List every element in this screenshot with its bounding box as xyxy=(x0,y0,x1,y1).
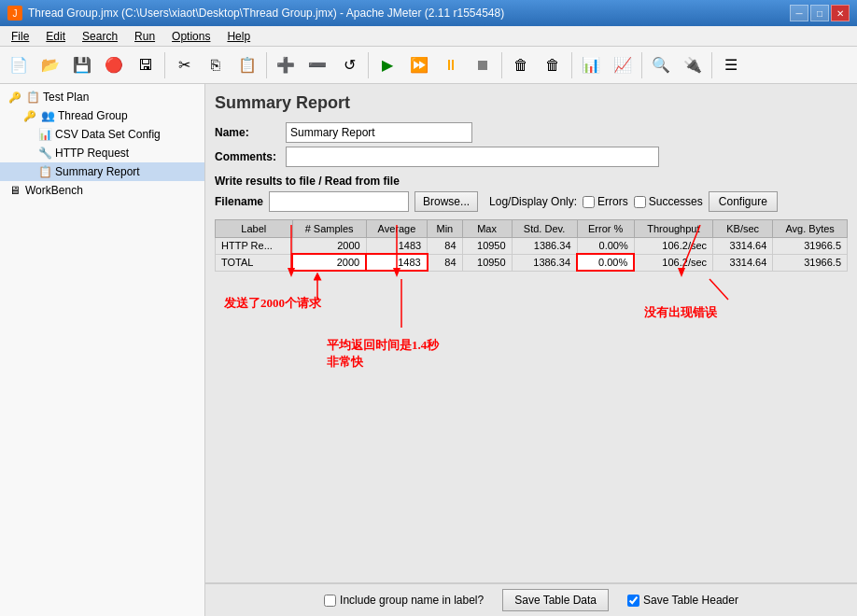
run-all-button[interactable]: ⏩ xyxy=(404,50,434,80)
plugin-button[interactable]: 🔌 xyxy=(678,50,708,80)
menu-edit[interactable]: Edit xyxy=(38,28,73,45)
open-button[interactable]: 📂 xyxy=(35,50,65,80)
configure-button[interactable]: Configure xyxy=(709,191,778,212)
menu-search[interactable]: Search xyxy=(75,28,125,45)
include-group-label[interactable]: Include group name in label? xyxy=(324,594,484,607)
report-button[interactable]: 📊 xyxy=(576,50,606,80)
cut-button[interactable]: ✂ xyxy=(169,50,199,80)
successes-checkbox[interactable] xyxy=(634,196,646,208)
stop-all-button[interactable]: ⏹ xyxy=(468,50,498,80)
new-button[interactable]: 📄 xyxy=(4,50,34,80)
toolbar-sep-2 xyxy=(266,52,267,78)
errors-label: Errors xyxy=(597,195,628,208)
comments-input[interactable] xyxy=(286,147,659,167)
test-plan-icon: 📋 xyxy=(25,90,40,105)
table-row: HTTP Re... 2000 1483 84 10950 1386.34 0.… xyxy=(216,238,848,255)
name-input[interactable] xyxy=(286,122,472,143)
browse-button[interactable]: Browse... xyxy=(414,191,478,212)
list-button[interactable]: ☰ xyxy=(716,50,746,80)
annotation-avg-time: 平均返回时间是1.4秒非常快 xyxy=(327,337,439,371)
toolbar-sep-4 xyxy=(501,52,502,78)
filename-label: Filename xyxy=(215,195,263,208)
csv-label: CSV Data Set Config xyxy=(55,128,161,141)
row2-kb-sec: 3314.64 xyxy=(713,254,773,271)
minimize-button[interactable]: ─ xyxy=(790,5,808,21)
clear-all-button[interactable]: 🗑 xyxy=(538,50,568,80)
report-title: Summary Report xyxy=(215,93,848,113)
save-header-label[interactable]: Save Table Header xyxy=(627,594,738,607)
table-row: TOTAL 2000 1483 84 10950 1386.34 0.00% 1… xyxy=(216,254,848,271)
row2-max: 10950 xyxy=(462,254,512,271)
content-area: Summary Report Name: Comments: Write res… xyxy=(205,84,857,616)
http-label: HTTP Request xyxy=(55,147,129,160)
sidebar-item-test-plan[interactable]: 🔑 📋 Test Plan xyxy=(0,88,204,106)
window-title: Thread Group.jmx (C:\Users\xiaot\Desktop… xyxy=(28,7,504,20)
close-button[interactable]: ✕ xyxy=(831,5,850,21)
save-button[interactable]: 💾 xyxy=(67,50,97,80)
filename-input[interactable] xyxy=(269,191,409,212)
row1-kb-sec: 3314.64 xyxy=(713,238,773,255)
successes-checkbox-label[interactable]: Successes xyxy=(634,195,703,208)
menu-options[interactable]: Options xyxy=(164,28,218,45)
successes-label: Successes xyxy=(649,195,703,208)
save-table-data-button[interactable]: Save Table Data xyxy=(502,589,609,611)
run-button[interactable]: ▶ xyxy=(372,50,402,80)
app-icon: J xyxy=(7,6,22,21)
annotation-sent-requests: 发送了2000个请求 xyxy=(224,295,321,312)
sidebar-item-summary-report[interactable]: 📋 Summary Report xyxy=(0,162,204,181)
col-samples: # Samples xyxy=(292,220,366,238)
col-avg-bytes: Avg. Bytes xyxy=(773,220,848,238)
sidebar-item-csv[interactable]: 📊 CSV Data Set Config xyxy=(0,125,204,144)
workbench-label: WorkBench xyxy=(25,184,83,197)
save-as-button[interactable]: 🖫 xyxy=(131,50,161,80)
collapse-button[interactable]: ➖ xyxy=(302,50,332,80)
stop-button[interactable]: 🔴 xyxy=(99,50,129,80)
copy-button[interactable]: ⎘ xyxy=(201,50,231,80)
svg-line-3 xyxy=(709,279,728,300)
errors-checkbox[interactable] xyxy=(583,196,595,208)
row2-samples: 2000 xyxy=(292,254,366,271)
toolbar-sep-5 xyxy=(571,52,572,78)
monitor-button[interactable]: 📈 xyxy=(608,50,638,80)
row2-throughput: 106.2/sec xyxy=(634,254,712,271)
paste-button[interactable]: 📋 xyxy=(232,50,262,80)
reset-button[interactable]: ↺ xyxy=(334,50,364,80)
menu-file[interactable]: File xyxy=(4,28,36,45)
include-group-checkbox[interactable] xyxy=(324,595,336,607)
menu-help[interactable]: Help xyxy=(219,28,258,45)
file-section: Write results to file / Read from file F… xyxy=(215,175,848,212)
row1-samples: 2000 xyxy=(292,238,366,255)
sidebar-item-workbench[interactable]: 🖥 WorkBench xyxy=(0,181,204,200)
name-row: Name: xyxy=(215,122,848,143)
key-icon: 🔑 xyxy=(7,90,22,105)
annotation-area: 发送了2000个请求 平均返回时间是1.4秒非常快 没有出现错误 xyxy=(215,272,848,477)
log-display-label: Log/Display Only: xyxy=(489,195,577,208)
sidebar: 🔑 📋 Test Plan 🔑 👥 Thread Group 📊 CSV Dat… xyxy=(0,84,205,616)
http-icon: 🔧 xyxy=(37,146,52,161)
row1-error-pct: 0.00% xyxy=(577,238,634,255)
clear-button[interactable]: 🗑 xyxy=(506,50,536,80)
table-header-row: Label # Samples Average Min Max Std. Dev… xyxy=(216,220,848,238)
key-icon-2: 🔑 xyxy=(22,108,37,123)
expand-button[interactable]: ➕ xyxy=(271,50,301,80)
row2-std-dev: 1386.34 xyxy=(512,254,577,271)
menu-run[interactable]: Run xyxy=(127,28,162,45)
pause-button[interactable]: ⏸ xyxy=(436,50,466,80)
row1-throughput: 106.2/sec xyxy=(634,238,712,255)
row1-average: 1483 xyxy=(366,238,427,255)
save-header-checkbox[interactable] xyxy=(627,595,639,607)
annotation-no-errors: 没有出现错误 xyxy=(644,304,717,321)
sidebar-item-http[interactable]: 🔧 HTTP Request xyxy=(0,144,204,162)
maximize-button[interactable]: □ xyxy=(810,5,829,21)
toolbar-sep-6 xyxy=(641,52,642,78)
file-row: Filename Browse... Log/Display Only: Err… xyxy=(215,191,848,212)
sidebar-item-thread-group[interactable]: 🔑 👥 Thread Group xyxy=(0,106,204,125)
thread-group-label: Thread Group xyxy=(58,109,128,122)
save-header-text: Save Table Header xyxy=(643,594,738,607)
row2-label: TOTAL xyxy=(216,254,293,271)
comments-row: Comments: xyxy=(215,147,848,167)
errors-checkbox-label[interactable]: Errors xyxy=(583,195,628,208)
menu-bar: File Edit Search Run Options Help xyxy=(0,26,857,47)
test-plan-label: Test Plan xyxy=(43,91,89,104)
search-button[interactable]: 🔍 xyxy=(646,50,676,80)
